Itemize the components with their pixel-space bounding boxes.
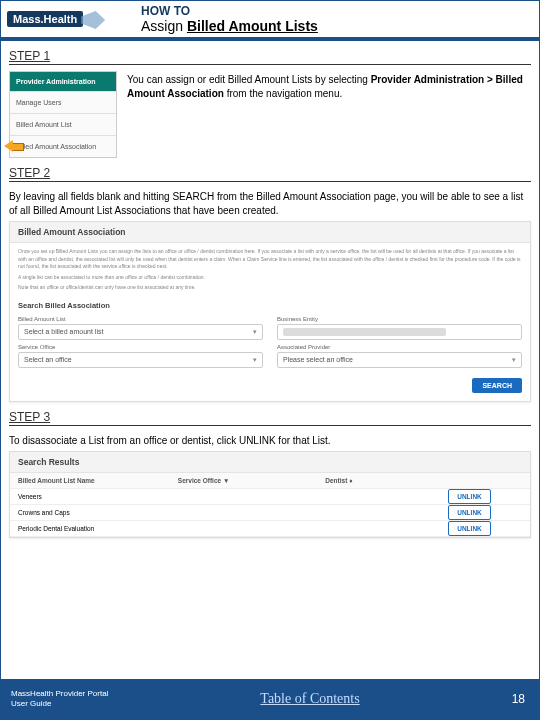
field-label: Billed Amount List bbox=[18, 316, 263, 322]
field-business-entity: Business Entity bbox=[277, 316, 522, 340]
table-row: Crowns and Caps UNLINK bbox=[10, 505, 530, 521]
field-label: Associated Provider bbox=[277, 344, 522, 350]
step-2-label: STEP 2 bbox=[9, 166, 531, 182]
select-value: Please select an office bbox=[283, 356, 353, 363]
callout-arrow-icon bbox=[4, 140, 24, 152]
table-header: Billed Amount List Name Service Office ▼… bbox=[10, 473, 530, 489]
billed-amount-list-select[interactable]: Select a billed amount list▾ bbox=[18, 324, 263, 340]
cell-name: Crowns and Caps bbox=[18, 509, 178, 516]
col-name[interactable]: Billed Amount List Name bbox=[18, 477, 178, 484]
sidenav-screenshot: Provider Administration Manage Users Bil… bbox=[9, 71, 117, 158]
sidenav-head: Provider Administration bbox=[10, 72, 116, 91]
title-area: HOW TO Assign Billed Amount Lists bbox=[121, 1, 539, 41]
col-office[interactable]: Service Office ▼ bbox=[178, 477, 326, 484]
content: STEP 1 Provider Administration Manage Us… bbox=[1, 41, 539, 679]
results-table: Billed Amount List Name Service Office ▼… bbox=[10, 473, 530, 537]
cell-name: Veneers bbox=[18, 493, 178, 500]
logo-area: Mass.Health bbox=[1, 1, 121, 41]
search-button[interactable]: SEARCH bbox=[472, 378, 522, 393]
association-panel-desc: Once you set up Billed Amount Lists you … bbox=[10, 243, 530, 297]
panel-desc-1: Once you set up Billed Amount Lists you … bbox=[18, 248, 522, 271]
results-panel-title: Search Results bbox=[10, 452, 530, 473]
results-panel: Search Results Billed Amount List Name S… bbox=[9, 451, 531, 538]
search-form: Billed Amount List Select a billed amoun… bbox=[10, 312, 530, 374]
page-number: 18 bbox=[512, 692, 525, 706]
unlink-button[interactable]: UNLINK bbox=[448, 505, 491, 520]
header: Mass.Health HOW TO Assign Billed Amount … bbox=[1, 1, 539, 41]
redacted-value bbox=[283, 328, 446, 336]
step1-text-a: You can assign or edit Billed Amount Lis… bbox=[127, 74, 371, 85]
howto-label: HOW TO bbox=[141, 4, 539, 18]
page: Mass.Health HOW TO Assign Billed Amount … bbox=[0, 0, 540, 720]
step-1-label: STEP 1 bbox=[9, 49, 531, 65]
table-row: Periodic Dental Evaluation UNLINK bbox=[10, 521, 530, 537]
title-plain: Assign bbox=[141, 18, 187, 34]
association-panel: Billed Amount Association Once you set u… bbox=[9, 221, 531, 402]
page-title: Assign Billed Amount Lists bbox=[141, 18, 539, 34]
footer-line2: User Guide bbox=[11, 699, 108, 709]
association-panel-title: Billed Amount Association bbox=[10, 222, 530, 243]
table-row: Veneers UNLINK bbox=[10, 489, 530, 505]
step1-text-c: from the navigation menu. bbox=[224, 88, 342, 99]
step-1-body: Provider Administration Manage Users Bil… bbox=[9, 71, 531, 158]
logo-text: Mass.Health bbox=[13, 13, 77, 25]
field-billed-amount-list: Billed Amount List Select a billed amoun… bbox=[18, 316, 263, 340]
business-entity-display bbox=[277, 324, 522, 340]
step-2-text: By leaving all fields blank and hitting … bbox=[9, 188, 531, 217]
field-associated-provider: Associated Provider Please select an off… bbox=[277, 344, 522, 368]
search-subhead: Search Billed Association bbox=[10, 297, 530, 312]
chevron-down-icon: ▾ bbox=[253, 328, 257, 336]
toc-link[interactable]: Table of Contents bbox=[260, 691, 359, 707]
panel-desc-2: A single list can be associated to more … bbox=[18, 274, 522, 282]
logo: Mass.Health bbox=[7, 11, 83, 27]
field-service-office: Service Office Select an office▾ bbox=[18, 344, 263, 368]
step-3-text: To disassociate a List from an office or… bbox=[9, 432, 531, 448]
unlink-button[interactable]: UNLINK bbox=[448, 489, 491, 504]
step-3-label: STEP 3 bbox=[9, 410, 531, 426]
field-label: Business Entity bbox=[277, 316, 522, 322]
panel-desc-3: Note that an office or office/dentist ca… bbox=[18, 284, 522, 292]
footer-left: MassHealth Provider Portal User Guide bbox=[11, 689, 108, 708]
select-value: Select a billed amount list bbox=[24, 328, 103, 335]
footer-line1: MassHealth Provider Portal bbox=[11, 689, 108, 699]
sidenav-item-billed-amount-list: Billed Amount List bbox=[10, 113, 116, 135]
footer: MassHealth Provider Portal User Guide Ta… bbox=[1, 679, 539, 719]
col-dentist[interactable]: Dentist ♦ bbox=[325, 477, 448, 484]
unlink-button[interactable]: UNLINK bbox=[448, 521, 491, 536]
chevron-down-icon: ▾ bbox=[253, 356, 257, 364]
sidenav-item-manage-users: Manage Users bbox=[10, 91, 116, 113]
title-bold: Billed Amount Lists bbox=[187, 18, 318, 34]
step-1-text: You can assign or edit Billed Amount Lis… bbox=[127, 71, 531, 158]
sidenav-item-label: Billed Amount Association bbox=[16, 143, 96, 150]
sidenav-item-billed-amount-association: Billed Amount Association bbox=[10, 135, 116, 157]
state-shape-icon bbox=[81, 11, 105, 29]
panel-actions: SEARCH bbox=[10, 374, 530, 401]
service-office-select[interactable]: Select an office▾ bbox=[18, 352, 263, 368]
cell-name: Periodic Dental Evaluation bbox=[18, 525, 178, 532]
associated-provider-select[interactable]: Please select an office▾ bbox=[277, 352, 522, 368]
field-label: Service Office bbox=[18, 344, 263, 350]
select-value: Select an office bbox=[24, 356, 72, 363]
chevron-down-icon: ▾ bbox=[512, 356, 516, 364]
